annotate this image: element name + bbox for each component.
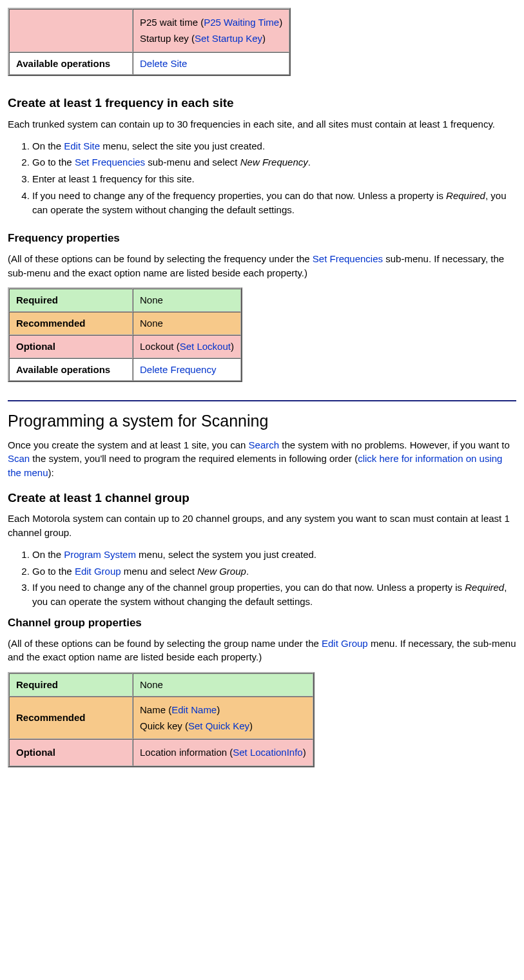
programming-scanning-intro: Once you create the system and at least … [8, 438, 516, 480]
prefix-text: P25 wait time ( [140, 17, 204, 28]
emphasis: New Group [197, 566, 246, 577]
create-channel-group-heading: Create at least 1 channel group [8, 489, 516, 507]
text: If you need to change any of the frequen… [32, 190, 446, 201]
text: menu and select [121, 566, 197, 577]
search-link[interactable]: Search [249, 439, 280, 450]
create-channel-group-steps: On the Program System menu, select the s… [8, 548, 516, 609]
set-quick-key-link[interactable]: Set Quick Key [188, 720, 249, 731]
text: ): [48, 467, 54, 478]
set-startup-key-link[interactable]: Set Startup Key [195, 33, 262, 44]
prefix-text: Startup key ( [140, 33, 195, 44]
create-frequency-steps: On the Edit Site menu, select the site y… [8, 139, 516, 217]
recommended-label: Recommended [9, 312, 133, 335]
available-operations-cell: Delete Frequency [133, 358, 241, 381]
prefix-text: Name ( [140, 704, 171, 715]
frequency-properties-table: Required None Recommended None Optional … [8, 287, 242, 382]
text: sub-menu and select [145, 157, 240, 168]
set-frequencies-link[interactable]: Set Frequencies [75, 157, 145, 168]
property-line: Quick key (Set Quick Key) [140, 719, 306, 733]
programming-scanning-heading: Programming a system for Scanning [8, 409, 516, 432]
table-row: Available operations Delete Frequency [9, 358, 241, 381]
close-paren: ) [262, 33, 266, 44]
text: menu, select the site you just created. [100, 140, 265, 151]
text: the system, you'll need to program the r… [30, 453, 358, 464]
available-operations-label: Available operations [9, 358, 133, 381]
property-line: Startup key (Set Startup Key) [140, 32, 282, 46]
table-row: Recommended Name (Edit Name) Quick key (… [9, 697, 313, 740]
optional-cell: Lockout (Set Lockout) [133, 335, 241, 358]
text: Go to the [32, 157, 75, 168]
text: On the [32, 549, 64, 560]
emphasis: Required [465, 582, 504, 593]
create-frequency-heading: Create at least 1 frequency in each site [8, 94, 516, 112]
section-divider [8, 400, 516, 401]
available-operations-label: Available operations [9, 52, 133, 75]
text: menu, select the system you just created… [136, 549, 316, 560]
text: On the [32, 140, 64, 151]
channel-group-properties-heading: Channel group properties [8, 615, 516, 631]
delete-site-link[interactable]: Delete Site [140, 58, 187, 69]
close-paren: ) [249, 720, 253, 731]
text: . [308, 157, 311, 168]
list-item: Go to the Set Frequencies sub-menu and s… [32, 155, 516, 169]
table-row: Optional Lockout (Set Lockout) [9, 335, 241, 358]
close-paren: ) [217, 704, 220, 715]
table-row: Required None [9, 289, 241, 312]
edit-group-link[interactable]: Edit Group [322, 638, 368, 649]
text: . [246, 566, 249, 577]
text: the system with no problems. However, if… [279, 439, 510, 450]
text: Go to the [32, 566, 75, 577]
table-row: P25 wait time (P25 Waiting Time) Startup… [9, 9, 289, 52]
available-operations-cell: Delete Site [133, 52, 289, 75]
close-paren: ) [231, 341, 234, 352]
edit-site-link[interactable]: Edit Site [64, 140, 100, 151]
recommended-cell: None [133, 312, 241, 335]
edit-group-link[interactable]: Edit Group [75, 566, 121, 577]
emphasis: New Frequency [240, 157, 308, 168]
required-label: Required [9, 673, 133, 697]
property-line: Name (Edit Name) [140, 703, 306, 717]
set-locationinfo-link[interactable]: Set LocationInfo [233, 747, 302, 758]
optional-cell: Location information (Set LocationInfo) [133, 739, 313, 766]
emphasis: Required [446, 190, 485, 201]
site-properties-table-fragment: P25 wait time (P25 Waiting Time) Startup… [8, 8, 291, 76]
table-row: Optional Location information (Set Locat… [9, 739, 313, 766]
close-paren: ) [279, 17, 282, 28]
table-row: Required None [9, 673, 313, 697]
table-row: Available operations Delete Site [9, 52, 289, 75]
optional-label: Optional [9, 335, 133, 358]
prefix-text: Location information ( [140, 747, 233, 758]
list-item: If you need to change any of the frequen… [32, 189, 516, 217]
list-item: If you need to change any of the channel… [32, 581, 516, 609]
recommended-label: Recommended [9, 697, 133, 740]
p25-waiting-time-link[interactable]: P25 Waiting Time [204, 17, 279, 28]
recommended-cell: Name (Edit Name) Quick key (Set Quick Ke… [133, 697, 313, 740]
prefix-text: Quick key ( [140, 720, 188, 731]
required-cell: None [133, 289, 241, 312]
frequency-properties-heading: Frequency properties [8, 231, 516, 247]
program-system-link[interactable]: Program System [64, 549, 136, 560]
scan-link[interactable]: Scan [8, 453, 30, 464]
empty-label-cell [9, 9, 133, 52]
frequency-properties-note: (All of these options can be found by se… [8, 252, 516, 280]
set-frequencies-link[interactable]: Set Frequencies [313, 253, 383, 264]
table-row: Recommended None [9, 312, 241, 335]
channel-group-properties-table: Required None Recommended Name (Edit Nam… [8, 672, 315, 767]
text: If you need to change any of the channel… [32, 582, 465, 593]
text: Once you create the system and at least … [8, 439, 249, 450]
prefix-text: Lockout ( [140, 341, 180, 352]
required-cell: None [133, 673, 313, 697]
edit-name-link[interactable]: Edit Name [171, 704, 217, 715]
text: (All of these options can be found by se… [8, 253, 313, 264]
text: (All of these options can be found by se… [8, 638, 322, 649]
create-channel-group-intro: Each Motorola system can contain up to 2… [8, 512, 516, 540]
optional-label: Optional [9, 739, 133, 766]
list-item: On the Edit Site menu, select the site y… [32, 139, 516, 153]
delete-frequency-link[interactable]: Delete Frequency [140, 364, 216, 375]
set-lockout-link[interactable]: Set Lockout [180, 341, 231, 352]
property-line: Location information (Set LocationInfo) [140, 745, 306, 760]
channel-group-properties-note: (All of these options can be found by se… [8, 637, 516, 665]
list-item: Enter at least 1 frequency for this site… [32, 172, 516, 186]
optional-cell: P25 wait time (P25 Waiting Time) Startup… [133, 9, 289, 52]
required-label: Required [9, 289, 133, 312]
